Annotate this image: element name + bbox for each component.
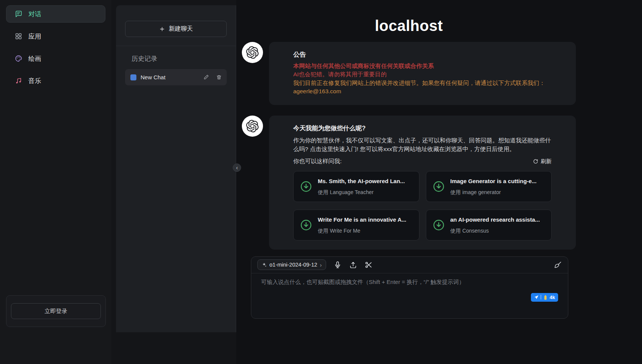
composer: o1-mini-2024-09-12 › 4k — [251, 256, 568, 319]
welcome-message: 今天我能为您做些什么呢? 作为你的智慧伙伴，我不仅可以写文案、出点子，还可以和你… — [242, 116, 576, 250]
sidebar-item-drawing[interactable]: 绘画 — [6, 50, 105, 67]
scissors-icon[interactable] — [365, 261, 373, 269]
history-section-title: 历史记录 — [131, 54, 227, 63]
suggestion-title: Ms. Smith, the AI-powered Lan... — [318, 177, 405, 185]
chat-main: localhost 公告 本网站与任何其他公司或商标没有任何关联或合作关系 AI… — [236, 0, 642, 364]
download-circle-icon — [432, 180, 445, 193]
suggestion-subtitle: 使用 image generator — [450, 188, 537, 196]
contact-email-link[interactable]: ageerle@163.com — [293, 87, 552, 96]
sidebar-item-label: 对话 — [28, 10, 41, 19]
upload-icon[interactable] — [349, 261, 357, 269]
suggestion-subtitle: 使用 Consensus — [450, 227, 540, 234]
announcement-message: 公告 本网站与任何其他公司或商标没有任何关联或合作关系 AI也会犯错。请勿将其用… — [242, 42, 576, 105]
message-input[interactable] — [251, 273, 568, 307]
new-chat-button[interactable]: 新建聊天 — [125, 21, 227, 37]
refresh-icon — [533, 159, 538, 164]
history-divider — [116, 46, 236, 46]
welcome-heading: 今天我能为您做些什么呢? — [293, 124, 552, 133]
plus-icon — [159, 26, 165, 32]
badge-divider — [541, 295, 541, 299]
openai-logo-icon — [246, 46, 259, 59]
sidebar-item-chat[interactable]: 对话 — [6, 5, 105, 23]
token-battery-icon — [543, 295, 548, 300]
refresh-label: 刷新 — [541, 157, 552, 165]
ask-hint: 你也可以这样问我: — [293, 157, 342, 165]
openai-logo-icon — [246, 120, 259, 133]
download-circle-icon — [300, 219, 312, 231]
app-window: 对话 应用 绘画 音乐 立即登录 新建聊天 历史记录 New Chat — [0, 0, 642, 364]
suggestion-card[interactable]: Write For Me is an innovative A... 使用 Wr… — [293, 210, 419, 241]
sidebar-item-apps[interactable]: 应用 — [6, 28, 105, 45]
sparkle-icon — [261, 262, 267, 267]
suggestion-grid: Ms. Smith, the AI-powered Lan... 使用 Lang… — [293, 171, 552, 241]
welcome-body: 作为你的智慧伙伴，我不仅可以写文案、出点子，还可以和你聊天、回答问题。想知道我还… — [293, 136, 552, 153]
announcement-line: AI也会犯错。请勿将其用于重要目的 — [293, 70, 552, 79]
suggestion-title: an AI-powered research assista... — [450, 216, 540, 224]
sidebar-footer: 立即登录 — [6, 295, 106, 327]
chat-bubble-icon — [15, 10, 22, 18]
history-chat-item[interactable]: New Chat — [125, 69, 227, 85]
suggestion-subtitle: 使用 Write For Me — [318, 227, 406, 234]
assistant-avatar — [242, 116, 263, 137]
paper-plane-icon — [534, 295, 539, 300]
announcement-line: 本网站与任何其他公司或商标没有任何关联或合作关系 — [293, 62, 552, 70]
suggestion-card[interactable]: Image Generator is a cutting-e... 使用 ima… — [426, 171, 552, 202]
new-chat-label: 新建聊天 — [169, 25, 193, 33]
download-circle-icon — [300, 180, 312, 193]
announcement-bubble: 公告 本网站与任何其他公司或商标没有任何关联或合作关系 AI也会犯错。请勿将其用… — [269, 42, 576, 105]
suggestion-title: Write For Me is an innovative A... — [318, 216, 406, 224]
clear-brush-icon[interactable] — [554, 261, 562, 269]
welcome-bubble: 今天我能为您做些什么呢? 作为你的智慧伙伴，我不仅可以写文案、出点子，还可以和你… — [269, 116, 576, 250]
suggestion-subtitle: 使用 Language Teacher — [318, 188, 405, 196]
history-panel: 新建聊天 历史记录 New Chat — [116, 5, 236, 332]
palette-icon — [15, 55, 22, 62]
announcement-line: 我们目前正在修复我们网站上的错误并改进细节。如果您有任何疑问，请通过以下方式联系… — [293, 79, 552, 87]
chevron-right-icon: › — [320, 262, 322, 268]
suggestion-card[interactable]: Ms. Smith, the AI-powered Lan... 使用 Lang… — [293, 171, 419, 202]
delete-icon[interactable] — [216, 74, 222, 80]
composer-toolbar: o1-mini-2024-09-12 › — [251, 257, 568, 273]
send-button[interactable]: 4k — [531, 293, 558, 302]
chat-column: localhost 公告 本网站与任何其他公司或商标没有任何关联或合作关系 AI… — [242, 17, 576, 319]
chevron-left-icon: ‹ — [236, 165, 238, 170]
sidebar-item-label: 绘画 — [28, 54, 41, 63]
suggestion-card[interactable]: an AI-powered research assista... 使用 Con… — [426, 210, 552, 241]
login-button[interactable]: 立即登录 — [11, 303, 101, 319]
sidebar-item-label: 应用 — [28, 32, 41, 41]
token-count: 4k — [550, 295, 555, 300]
suggestion-title: Image Generator is a cutting-e... — [450, 177, 537, 185]
sidebar: 对话 应用 绘画 音乐 立即登录 — [0, 0, 111, 364]
announcement-heading: 公告 — [293, 50, 552, 60]
ask-hint-row: 你也可以这样问我: 刷新 — [293, 157, 552, 165]
microphone-icon[interactable] — [334, 261, 342, 269]
music-note-icon — [15, 77, 22, 85]
assistant-avatar — [242, 42, 263, 63]
model-name: o1-mini-2024-09-12 — [269, 262, 317, 268]
sidebar-item-music[interactable]: 音乐 — [6, 72, 105, 89]
page-title: localhost — [242, 17, 576, 34]
download-circle-icon — [432, 219, 445, 231]
chat-color-swatch — [130, 74, 136, 80]
collapse-sidebar-button[interactable]: ‹ — [233, 163, 241, 172]
edit-icon[interactable] — [203, 74, 209, 80]
sidebar-item-label: 音乐 — [28, 77, 41, 85]
apps-grid-icon — [15, 32, 22, 40]
model-selector[interactable]: o1-mini-2024-09-12 › — [257, 259, 326, 270]
refresh-suggestions-button[interactable]: 刷新 — [533, 157, 552, 165]
chat-title: New Chat — [141, 74, 196, 80]
